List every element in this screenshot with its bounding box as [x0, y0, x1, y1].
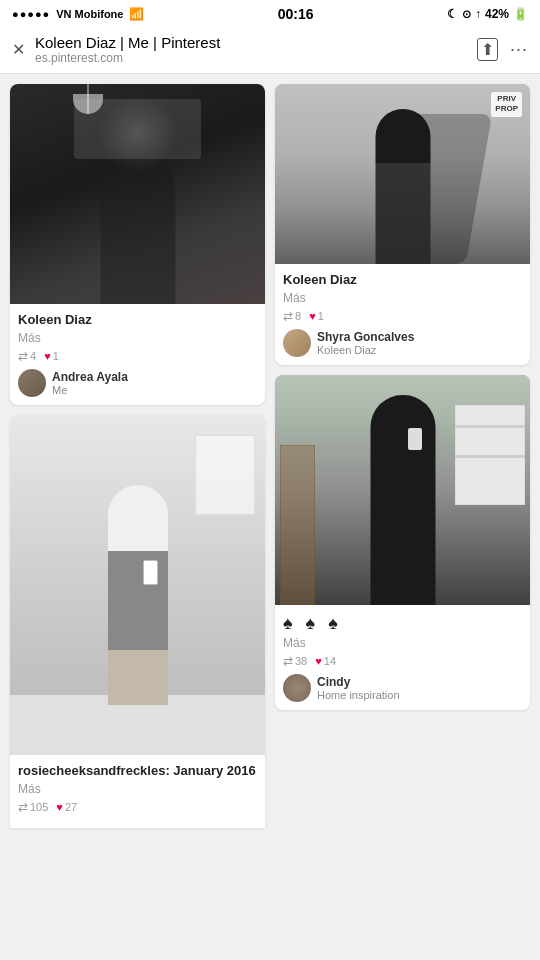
more-icon[interactable]: ···	[510, 39, 528, 60]
pin-body-2: Koleen Diaz Más ⇄ 8 ♥ 1	[275, 264, 530, 365]
pin-image-1	[10, 84, 265, 304]
browser-url[interactable]: es.pinterest.com	[35, 51, 467, 65]
pin-card-3[interactable]: rosiecheeksandfreckles: January 2016 Más…	[10, 415, 265, 828]
pin-title-1: Koleen Diaz	[18, 312, 257, 329]
repin-stat-1: ⇄ 4	[18, 349, 36, 363]
figure-silhouette	[100, 154, 175, 304]
pin-body-1: Koleen Diaz Más ⇄ 4 ♥ 1	[10, 304, 265, 405]
pin-subtitle-4[interactable]: Más	[283, 636, 522, 650]
battery-percent: 42%	[485, 7, 509, 21]
browser-actions: ⬆ ···	[477, 38, 528, 61]
priv-badge: PRIVPROP	[491, 92, 522, 117]
repin-icon-2: ⇄	[283, 309, 293, 323]
repin-count-1: 4	[30, 350, 36, 362]
board-name-1: Me	[52, 384, 128, 396]
browser-title-area: Koleen Diaz | Me | Pinterest es.pinteres…	[35, 34, 467, 65]
pin-stats-2: ⇄ 8 ♥ 1	[283, 309, 522, 323]
pin-card-2[interactable]: PRIVPROP Koleen Diaz Más ⇄ 8 ♥ 1	[275, 84, 530, 365]
status-right: ☾ ⊙ ↑ 42% 🔋	[447, 7, 528, 21]
like-count-4: 14	[324, 655, 336, 667]
pin-stats-3: ⇄ 105 ♥ 27	[18, 800, 257, 814]
figure-3	[108, 485, 168, 705]
pin-subtitle-2[interactable]: Más	[283, 291, 522, 305]
board-name-4: Home inspiration	[317, 689, 400, 701]
pin-card-1[interactable]: Koleen Diaz Más ⇄ 4 ♥ 1	[10, 84, 265, 405]
pin-subtitle-1[interactable]: Más	[18, 331, 257, 345]
pin-user-1[interactable]: Andrea Ayala Me	[18, 369, 257, 397]
pin-title-2: Koleen Diaz	[283, 272, 522, 289]
close-button[interactable]: ✕	[12, 40, 25, 59]
like-stat-4: ♥ 14	[315, 655, 336, 667]
spades-icon: ♠ ♠ ♠	[283, 613, 522, 634]
like-count-3: 27	[65, 801, 77, 813]
repin-icon-1: ⇄	[18, 349, 28, 363]
pin-column-left: Koleen Diaz Más ⇄ 4 ♥ 1	[10, 84, 265, 828]
browser-page-title: Koleen Diaz | Me | Pinterest	[35, 34, 467, 51]
repin-count-2: 8	[295, 310, 301, 322]
board-name-2: Koleen Diaz	[317, 344, 414, 356]
pin-column-right: PRIVPROP Koleen Diaz Más ⇄ 8 ♥ 1	[275, 84, 530, 828]
like-count-2: 1	[318, 310, 324, 322]
pin-image-3	[10, 415, 265, 755]
like-stat-1: ♥ 1	[44, 350, 59, 362]
user-info-1: Andrea Ayala Me	[52, 370, 128, 396]
mirror-reflection	[74, 99, 202, 159]
browser-chrome: ✕ Koleen Diaz | Me | Pinterest es.pinter…	[0, 28, 540, 74]
pin-card-4[interactable]: ♠ ♠ ♠ Más ⇄ 38 ♥ 14	[275, 375, 530, 710]
figure-4	[370, 395, 435, 605]
pin-image-4	[275, 375, 530, 605]
repin-count-3: 105	[30, 801, 48, 813]
phone	[143, 560, 158, 585]
user-name-4: Cindy	[317, 675, 400, 689]
repin-stat-4: ⇄ 38	[283, 654, 307, 668]
pin-user-2[interactable]: Shyra Goncalves Koleen Diaz	[283, 329, 522, 357]
pin-body-4: ♠ ♠ ♠ Más ⇄ 38 ♥ 14	[275, 605, 530, 710]
user-name-2: Shyra Goncalves	[317, 330, 414, 344]
furniture	[195, 435, 255, 515]
pin-user-4[interactable]: Cindy Home inspiration	[283, 674, 522, 702]
pin-grid: Koleen Diaz Más ⇄ 4 ♥ 1	[10, 84, 530, 828]
figure-2	[375, 109, 430, 264]
share-icon[interactable]: ⬆	[477, 38, 498, 61]
moon-icon: ☾	[447, 7, 458, 21]
status-time: 00:16	[278, 6, 314, 22]
signal-dots: ●●●●●	[12, 8, 50, 20]
avatar-2	[283, 329, 311, 357]
location-icon: ⊙	[462, 8, 471, 21]
like-stat-3: ♥ 27	[56, 801, 77, 813]
pin-image-2: PRIVPROP	[275, 84, 530, 264]
repin-stat-3: ⇄ 105	[18, 800, 48, 814]
pin-subtitle-3[interactable]: Más	[18, 782, 257, 796]
user-name-1: Andrea Ayala	[52, 370, 128, 384]
battery-icon: 🔋	[513, 7, 528, 21]
pin-stats-4: ⇄ 38 ♥ 14	[283, 654, 522, 668]
heart-icon-3: ♥	[56, 801, 63, 813]
repin-count-4: 38	[295, 655, 307, 667]
door	[280, 445, 315, 605]
heart-icon-2: ♥	[309, 310, 316, 322]
like-count-1: 1	[53, 350, 59, 362]
page-content: Koleen Diaz Más ⇄ 4 ♥ 1	[0, 74, 540, 828]
carrier-name: VN Mobifone	[56, 8, 123, 20]
heart-icon-1: ♥	[44, 350, 51, 362]
avatar-4	[283, 674, 311, 702]
pin-stats-1: ⇄ 4 ♥ 1	[18, 349, 257, 363]
arrow-icon: ↑	[475, 7, 481, 21]
phone-4	[408, 428, 422, 450]
user-info-4: Cindy Home inspiration	[317, 675, 400, 701]
status-left: ●●●●● VN Mobifone 📶	[12, 7, 144, 21]
repin-icon-3: ⇄	[18, 800, 28, 814]
repin-icon-4: ⇄	[283, 654, 293, 668]
pin-title-3: rosiecheeksandfreckles: January 2016	[18, 763, 257, 780]
pin-body-3: rosiecheeksandfreckles: January 2016 Más…	[10, 755, 265, 828]
repin-stat-2: ⇄ 8	[283, 309, 301, 323]
dresser-line1	[455, 425, 525, 428]
user-info-2: Shyra Goncalves Koleen Diaz	[317, 330, 414, 356]
wifi-icon: 📶	[129, 7, 144, 21]
heart-icon-4: ♥	[315, 655, 322, 667]
like-stat-2: ♥ 1	[309, 310, 324, 322]
browser-toolbar: ✕ Koleen Diaz | Me | Pinterest es.pinter…	[12, 34, 528, 65]
dresser-line2	[455, 455, 525, 458]
avatar-1	[18, 369, 46, 397]
status-bar: ●●●●● VN Mobifone 📶 00:16 ☾ ⊙ ↑ 42% 🔋	[0, 0, 540, 28]
